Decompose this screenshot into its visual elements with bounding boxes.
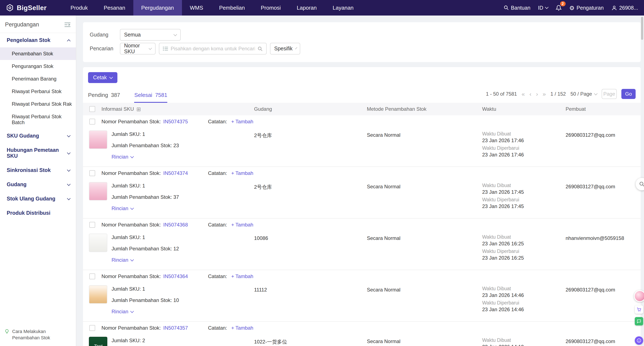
add-note-link[interactable]: + Tambah [231,325,253,331]
print-button[interactable]: Cetak [88,72,117,83]
search-type-select[interactable]: Nomor SKU [120,43,156,54]
search-icon[interactable] [258,46,263,52]
plus-icon: + [231,170,234,176]
add-note-link[interactable]: + Tambah [231,274,253,279]
detail-toggle[interactable]: Rincian [112,309,179,314]
nav-item-promosi[interactable]: Promosi [253,0,289,16]
sidebar-section-pengelolaan-stok[interactable]: Pengelolaan Stok [0,33,76,48]
add-note-link[interactable]: + Tambah [231,170,253,176]
settings-link[interactable]: ⚙ Pengaturan [569,5,604,11]
row-header: Nomor Penambahan Stok: IN5074375 Catatan… [83,115,641,128]
row-number-link[interactable]: IN5074374 [163,170,188,176]
scrollbar-thumb[interactable] [641,17,643,40]
tab-pending[interactable]: Pending 387 [88,92,120,103]
stock-addition-row: Nomor Penambahan Stok: IN5074368 Catatan… [83,218,641,270]
batch-search-icon[interactable] [163,46,168,51]
add-note-link[interactable]: + Tambah [231,119,253,124]
nav-item-wms[interactable]: WMS [182,0,211,16]
language-selector[interactable]: ID [538,5,548,11]
user-icon [611,5,617,11]
page-size-select[interactable]: 50 / Page [570,91,597,97]
add-qty: Jumlah Penambahan Stok: 23 [112,142,179,148]
detail-toggle[interactable]: Rincian [112,257,179,263]
chevron-down-icon [295,47,297,49]
cart-widget-button[interactable] [635,305,643,314]
detail-toggle[interactable]: Rincian [112,206,179,211]
note-label: Catatan: [208,274,227,279]
sidebar-section-stok-ulang-gudang[interactable]: Stok Ulang Gudang [0,192,76,206]
nav-item-layanan[interactable]: Layanan [325,0,362,16]
creator-cell: 2690803127@qq.com [564,130,641,138]
tab-selesai[interactable]: Selesai 7581 [134,92,167,103]
nav-item-pesanan[interactable]: Pesanan [96,0,133,16]
product-thumbnail[interactable]: Test [89,337,107,346]
select-all-checkbox[interactable] [89,106,95,112]
time-cell: Waktu Dibuat 23 Jan 2026 14:46 Waktu Dip… [480,285,564,314]
product-thumbnail[interactable] [89,234,107,252]
row-number-link[interactable]: IN5074368 [163,222,188,228]
row-checkbox[interactable] [89,274,95,279]
last-page-button[interactable]: » [542,91,546,97]
lightbulb-icon [4,329,10,334]
sidebar-item-penambahan-stok[interactable]: Penambahan Stok [0,48,76,60]
nav-item-laporan[interactable]: Laporan [289,0,324,16]
sidebar-item-riwayat-perbarui-stok-rak[interactable]: Riwayat Perbarui Stok Rak [0,98,76,110]
chat-widget-button[interactable] [635,317,643,326]
add-note-link[interactable]: + Tambah [231,222,253,228]
product-thumbnail[interactable] [89,182,107,200]
sidebar-section-produk-distribusi[interactable]: Produk Distribusi [0,206,76,220]
nav-item-pembelian[interactable]: Pembelian [211,0,253,16]
sku-qty: Jumlah SKU: 1 [112,183,179,189]
method-cell: Secara Normal [365,182,480,190]
time-cell: Waktu Dibuat 23 Jan 2026 17:45 Waktu Dip… [480,182,564,211]
warehouse-select[interactable]: Semua [120,29,181,41]
go-button[interactable]: Go [621,89,636,99]
sidebar-collapse-icon[interactable] [64,22,71,28]
sidebar-title: Pergudangan [5,22,39,28]
product-thumbnail[interactable] [89,130,107,149]
sidebar-item-penerimaan-barang[interactable]: Penerimaan Barang [0,72,76,85]
sidebar-item-pengurangan-stok[interactable]: Pengurangan Stok [0,60,76,72]
sidebar-section-hubungan-pemetaan-sku[interactable]: Hubungan Pemetaan SKU [0,143,76,163]
nav-item-pergudangan[interactable]: Pergudangan [133,0,182,16]
sidebar-item-riwayat-perbarui-stok[interactable]: Riwayat Perbarui Stok [0,85,76,98]
messenger-widget-button[interactable] [635,336,643,345]
brand-logo[interactable]: BigSeller [6,0,46,16]
support-avatar[interactable] [634,290,644,302]
row-number-label: Nomor Penambahan Stok: [102,119,161,124]
sidebar-section-gudang[interactable]: Gudang [0,178,76,192]
page-jump-input[interactable] [602,89,617,99]
sidebar-item-riwayat-perbarui-stok-batch[interactable]: Riwayat Perbarui Stok Batch [0,110,76,129]
header-waktu: Waktu [480,106,564,112]
sidebar-section-sinkronisasi-stok[interactable]: Sinkronisasi Stok [0,163,76,178]
product-thumbnail[interactable] [89,285,107,304]
user-menu[interactable]: 26908... [611,5,638,11]
row-number-link[interactable]: IN5074375 [163,119,188,124]
sidebar-header: Pergudangan [0,16,76,33]
warehouse-cell: 2号仓库 [252,182,365,191]
next-page-button[interactable]: › [536,91,538,97]
help-link[interactable]: Bantuan [503,5,530,11]
row-number-link[interactable]: IN5074364 [163,274,188,279]
row-number-link[interactable]: IN5074357 [163,325,188,331]
note-label: Catatan: [208,170,227,176]
row-body: Jumlah SKU: 1 Jumlah Penambahan Stok: 23… [83,128,641,166]
detail-toggle[interactable]: Rincian [112,154,179,160]
row-header: Nomor Penambahan Stok: IN5074364 Catatan… [83,270,641,283]
sidebar-help-link[interactable]: Cara Melakukan Penambahan Stok [4,328,73,341]
nav-item-produk[interactable]: Produk [62,0,96,16]
cart-icon [636,307,642,312]
specific-select[interactable]: Spesifik [270,43,300,54]
creator-cell: 2690803127@qq.com [564,285,641,293]
sidebar-section-sku-gudang[interactable]: SKU Gudang [0,129,76,143]
first-page-button[interactable]: « [522,91,525,97]
column-settings-icon[interactable]: ⊞ [136,106,141,112]
search-input[interactable] [171,46,255,52]
row-checkbox[interactable] [89,119,95,124]
prev-page-button[interactable]: ‹ [530,91,532,97]
row-checkbox[interactable] [89,222,95,228]
notifications-button[interactable]: 2 [555,4,562,11]
row-checkbox[interactable] [89,170,95,176]
row-checkbox[interactable] [89,325,95,331]
pending-count: 387 [111,92,120,98]
